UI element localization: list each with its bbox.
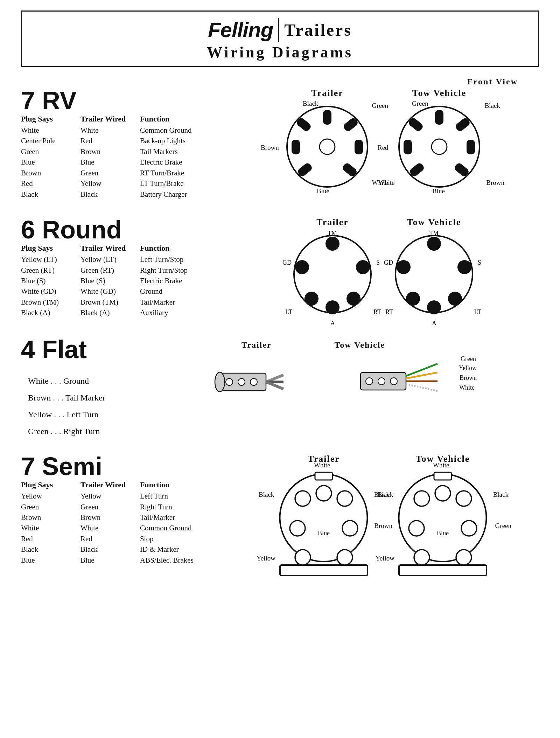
7semi-diagram-row: Trailer White	[275, 454, 492, 580]
table-row: GreenBrownTail Markers	[21, 146, 217, 157]
table-row: BlueBlueElectric Brake	[21, 157, 217, 167]
7semi-title: 7 Semi	[21, 454, 217, 479]
svg-rect-2	[323, 110, 331, 125]
7rv-diagram-row: Trailer	[282, 88, 485, 194]
svg-rect-60	[434, 472, 451, 480]
6r-t-tm: TM	[328, 230, 337, 237]
4flat-left: 4 Flat White . . . Ground Brown . . . Ta…	[21, 337, 203, 440]
wire-green: Green	[461, 355, 476, 363]
wire-white: White	[459, 384, 475, 391]
6r-t-s: S	[376, 259, 380, 266]
6r-tow-gd: GD	[384, 259, 393, 266]
svg-point-43	[390, 378, 397, 385]
6round-col1: Plug Says	[21, 244, 80, 253]
table-row: BrownBrownTail/Marker	[21, 512, 217, 523]
6r-tow-s: S	[478, 259, 481, 266]
7rv-rows: WhiteWhiteCommon Ground Center PoleRedBa…	[21, 125, 217, 200]
pin-brown-left: Brown	[261, 144, 279, 152]
svg-point-62	[435, 486, 450, 501]
6round-col3: Function	[140, 244, 217, 253]
6r-t-a: A	[330, 320, 335, 327]
semi-t-white: White	[314, 461, 330, 469]
list-item: Green . . . Right Turn	[28, 423, 203, 440]
table-row: Blue (S)Blue (S)Electric Brake	[21, 276, 217, 286]
6round-trailer-svg	[292, 230, 373, 318]
6r-t-rt: RT	[373, 308, 381, 316]
svg-point-35	[250, 378, 257, 385]
svg-rect-13	[467, 140, 475, 154]
svg-point-24	[326, 300, 340, 314]
svg-point-19	[326, 237, 340, 251]
table-row: YellowYellowLeft Turn	[21, 491, 217, 501]
svg-point-27	[397, 260, 411, 274]
6round-col-headers: Plug Says Trailer Wired Function	[21, 244, 217, 253]
svg-point-57	[337, 550, 352, 565]
pin-blue-b: Blue	[317, 187, 329, 195]
svg-point-53	[337, 491, 352, 506]
7semi-col-headers: Plug Says Trailer Wired Function	[21, 480, 217, 489]
svg-rect-4	[355, 140, 363, 154]
list-item: White . . . Ground	[28, 373, 203, 389]
table-row: GreenGreenRight Turn	[21, 502, 217, 512]
svg-point-66	[414, 550, 429, 565]
4flat-list: White . . . Ground Brown . . . Tail Mark…	[21, 373, 203, 440]
7rv-tow-svg	[394, 101, 485, 192]
svg-point-21	[356, 260, 370, 274]
svg-point-28	[457, 260, 471, 274]
7rv-col3: Function	[140, 114, 217, 124]
svg-point-61	[414, 491, 429, 506]
7rv-col1: Plug Says	[21, 114, 80, 124]
svg-rect-49	[280, 565, 368, 576]
7semi-tow-diagram: Tow Vehicle White Blue	[394, 454, 492, 580]
7rv-tow-diagram: Tow Vehicle Green Black	[394, 88, 485, 194]
table-row: Brown (TM)Brown (TM)Tail/Marker	[21, 297, 217, 307]
svg-point-65	[461, 521, 477, 536]
table-row: Yellow (LT)Yellow (LT)Left Turn/Stop	[21, 254, 217, 265]
7rv-title: 7 RV	[21, 88, 217, 113]
table-row: WhiteWhiteCommon Ground	[21, 523, 217, 533]
tow-pin-white: White	[378, 179, 394, 187]
svg-point-31	[427, 300, 441, 314]
svg-point-56	[295, 550, 310, 565]
svg-point-29	[406, 292, 420, 306]
section-7semi: 7 Semi Plug Says Trailer Wired Function …	[21, 454, 539, 580]
7rv-left: 7 RV Plug Says Trailer Wired Function Wh…	[21, 88, 217, 200]
list-item: Yellow . . . Left Turn	[28, 406, 203, 423]
6round-rows: Yellow (LT)Yellow (LT)Left Turn/Stop Gre…	[21, 254, 217, 318]
tow-pin-blue: Blue	[432, 187, 445, 195]
svg-point-51	[295, 491, 310, 506]
brand-row: Felling Trailers	[29, 18, 531, 42]
svg-point-20	[295, 260, 309, 274]
tow-pin-brown: Brown	[486, 179, 504, 187]
semi-tow-white: White	[433, 461, 449, 469]
tow-pin-green: Green	[412, 100, 428, 107]
section-7rv: 7 RV Plug Says Trailer Wired Function Wh…	[21, 88, 539, 200]
svg-point-41	[366, 378, 373, 385]
7rv-diagrams: Trailer	[227, 88, 539, 194]
6r-tow-lt: LT	[474, 308, 481, 316]
6r-tow-tm: TM	[429, 230, 439, 237]
7rv-trailer-diagram: Trailer	[282, 88, 373, 194]
svg-point-22	[304, 292, 318, 306]
7semi-col2: Trailer Wired	[80, 480, 140, 489]
7rv-trailer-label: Trailer	[311, 88, 343, 98]
svg-point-42	[378, 378, 385, 385]
semi-t-black: Black	[259, 491, 274, 499]
4flat-trailer-svg	[214, 354, 332, 410]
pin-black: Black	[303, 100, 318, 107]
svg-text:Blue: Blue	[318, 530, 330, 537]
6round-trailer-label: Trailer	[316, 217, 348, 228]
table-row: WhiteWhiteCommon Ground	[21, 125, 217, 135]
svg-rect-16	[404, 140, 412, 154]
svg-rect-50	[315, 472, 332, 480]
6r-tow-rt: RT	[385, 308, 393, 316]
6round-left: 6 Round Plug Says Trailer Wired Function…	[21, 217, 217, 318]
6round-tow-label: Tow Vehicle	[407, 217, 461, 228]
svg-point-10	[432, 139, 447, 154]
4flat-trailer-label: Trailer	[241, 340, 272, 350]
table-row: BlackBlackID & Marker	[21, 544, 217, 555]
svg-point-33	[226, 378, 233, 385]
6round-title: 6 Round	[21, 217, 217, 242]
semi-tow-yellow: Yellow	[376, 555, 394, 562]
section-4flat: 4 Flat White . . . Ground Brown . . . Ta…	[21, 337, 539, 440]
